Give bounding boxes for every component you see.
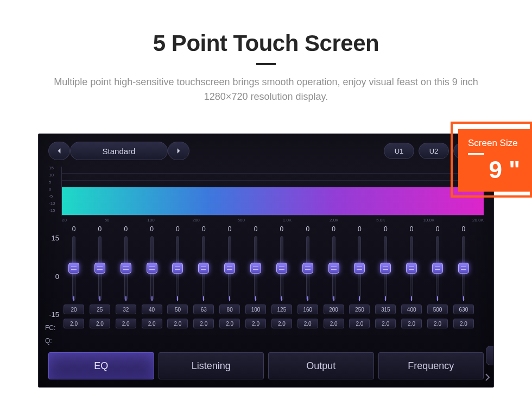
band-slider[interactable]	[150, 236, 154, 300]
slider-thumb[interactable]	[380, 263, 391, 274]
slider-thumb[interactable]	[328, 263, 339, 274]
band-fc-value[interactable]: 50	[167, 304, 188, 314]
band-fc-value[interactable]: 32	[116, 304, 136, 314]
band-fc-value[interactable]: 125	[271, 304, 292, 314]
band-gain-value: 0	[72, 225, 76, 233]
slider-thumb[interactable]	[147, 263, 157, 274]
band-slider[interactable]	[462, 236, 465, 300]
preset-next-button[interactable]	[168, 142, 189, 160]
user-preset-2-button[interactable]: U2	[419, 143, 449, 159]
slider-thumb[interactable]	[406, 263, 417, 274]
eq-band-8: 01252.0	[269, 225, 294, 348]
band-fc-value[interactable]: 400	[401, 304, 422, 314]
band-fc-value[interactable]: 100	[245, 304, 266, 314]
band-q-value[interactable]: 2.0	[90, 319, 110, 328]
slider-thumb[interactable]	[354, 263, 365, 274]
slider-thumb[interactable]	[432, 263, 443, 274]
band-slider[interactable]	[124, 236, 128, 300]
title-divider	[256, 63, 276, 65]
tab-listening[interactable]: Listening	[159, 352, 264, 379]
eq-interface: Standard U1U2U3 151050-5-10-15 205010020…	[38, 134, 494, 388]
axis-mid: 0	[45, 272, 59, 281]
band-fc-value[interactable]: 25	[90, 304, 110, 314]
band-fc-value[interactable]: 200	[324, 304, 344, 314]
band-slider[interactable]	[358, 236, 361, 300]
spectrum-x-tick: 5.0K	[376, 218, 385, 223]
slider-thumb[interactable]	[172, 263, 183, 274]
band-fc-value[interactable]: 500	[427, 304, 448, 314]
band-q-value[interactable]: 2.0	[427, 319, 448, 328]
band-slider[interactable]	[72, 236, 75, 300]
band-q-value[interactable]: 2.0	[193, 319, 214, 328]
band-fc-value[interactable]: 40	[142, 304, 162, 314]
band-fc-value[interactable]: 630	[453, 304, 474, 314]
spectrum-x-tick: 2.0K	[330, 218, 338, 223]
band-q-value[interactable]: 2.0	[116, 319, 136, 328]
band-fc-value[interactable]: 250	[349, 304, 370, 314]
slider-thumb[interactable]	[276, 263, 287, 274]
eq-band-5: 0632.0	[191, 225, 216, 348]
user-preset-1-button[interactable]: U1	[384, 143, 414, 159]
band-slider[interactable]	[98, 236, 102, 300]
band-fc-value[interactable]: 80	[219, 304, 240, 314]
eq-band-10: 02002.0	[321, 225, 346, 348]
band-gain-value: 0	[384, 225, 388, 233]
slider-thumb[interactable]	[224, 263, 235, 274]
tab-eq[interactable]: EQ	[48, 352, 154, 379]
band-slider[interactable]	[202, 236, 205, 300]
band-slider[interactable]	[384, 236, 387, 300]
chevron-right-icon	[175, 148, 182, 154]
slider-thumb[interactable]	[121, 263, 131, 274]
band-fc-value[interactable]: 63	[193, 304, 214, 314]
band-gain-value: 0	[254, 225, 258, 233]
band-slider[interactable]	[176, 236, 179, 300]
spectrum-display: 151050-5-10-15 20501002005001.0K2.0K5.0K…	[61, 167, 484, 215]
band-gain-value: 0	[202, 225, 206, 233]
band-fc-value[interactable]: 20	[64, 304, 84, 314]
q-row-label: Q:	[45, 337, 52, 345]
slider-thumb[interactable]	[94, 263, 105, 274]
slider-thumb[interactable]	[250, 263, 261, 274]
band-q-value[interactable]: 2.0	[324, 319, 344, 328]
preset-prev-button[interactable]	[48, 142, 70, 160]
band-q-value[interactable]: 2.0	[142, 319, 162, 328]
band-q-value[interactable]: 2.0	[297, 319, 318, 328]
eq-band-4: 0502.0	[165, 225, 190, 348]
preset-display[interactable]: Standard	[70, 142, 168, 160]
band-slider[interactable]	[228, 236, 231, 300]
band-slider[interactable]	[332, 236, 335, 300]
band-fc-value[interactable]: 160	[297, 304, 318, 314]
page-subtitle: Multiple point high-sensitive touchscree…	[41, 75, 491, 104]
tab-frequency[interactable]: Frequency	[378, 352, 484, 379]
badge-value: 9 "	[468, 158, 520, 182]
band-slider[interactable]	[254, 236, 257, 300]
band-gain-value: 0	[306, 225, 309, 233]
band-slider[interactable]	[280, 236, 283, 300]
spectrum-y-tick: 15	[49, 166, 55, 170]
next-page-button[interactable]	[485, 373, 490, 384]
band-q-value[interactable]: 2.0	[271, 319, 292, 328]
band-fc-value[interactable]: 315	[375, 304, 396, 314]
eq-band-2: 0322.0	[113, 225, 138, 348]
spectrum-x-tick: 50	[105, 218, 110, 223]
band-slider[interactable]	[306, 236, 309, 300]
chevron-left-icon	[56, 148, 62, 154]
band-q-value[interactable]: 2.0	[375, 319, 396, 328]
band-q-value[interactable]: 2.0	[349, 319, 370, 328]
band-q-value[interactable]: 2.0	[167, 319, 188, 328]
band-q-value[interactable]: 2.0	[219, 319, 240, 328]
tab-output[interactable]: Output	[268, 352, 374, 379]
band-q-value[interactable]: 2.0	[64, 319, 84, 328]
side-expand-tab[interactable]	[486, 346, 494, 365]
slider-thumb[interactable]	[198, 263, 209, 274]
slider-thumb[interactable]	[302, 263, 313, 274]
slider-thumb[interactable]	[458, 263, 469, 274]
band-q-value[interactable]: 2.0	[453, 319, 474, 328]
band-slider[interactable]	[436, 236, 439, 300]
slider-thumb[interactable]	[68, 263, 79, 274]
band-q-value[interactable]: 2.0	[245, 319, 266, 328]
band-slider[interactable]	[410, 236, 413, 300]
eq-band-13: 04002.0	[399, 225, 424, 348]
spectrum-x-tick: 100	[147, 218, 154, 223]
band-q-value[interactable]: 2.0	[401, 319, 422, 328]
